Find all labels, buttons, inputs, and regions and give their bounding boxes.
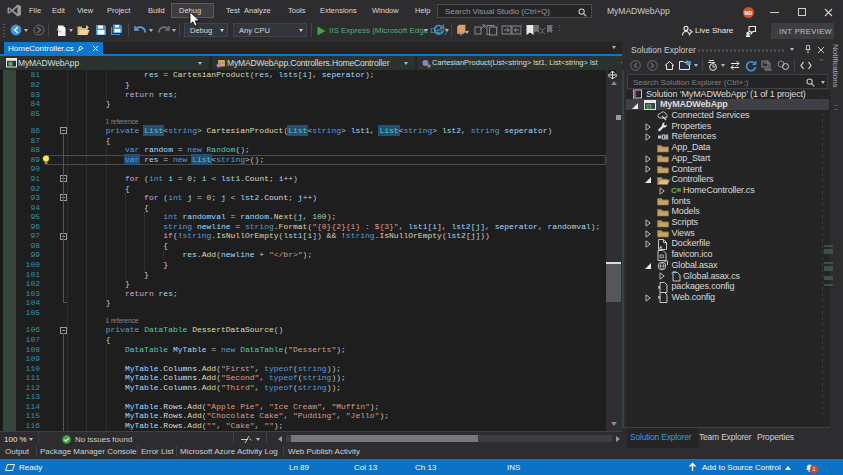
svg-text:C: C xyxy=(671,186,677,195)
